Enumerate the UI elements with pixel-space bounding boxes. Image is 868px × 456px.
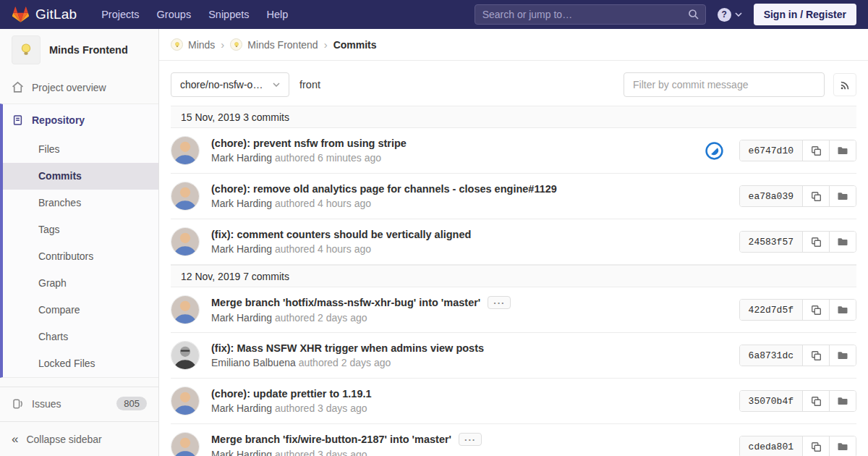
nav-item-projects[interactable]: Projects [93, 0, 148, 29]
copy-sha-button[interactable] [802, 186, 829, 206]
copy-sha-icon [811, 191, 822, 202]
issues-count-badge: 805 [116, 397, 147, 410]
commit-row: (fix): comment counters should be vertic… [171, 219, 856, 265]
commit-title-link[interactable]: (chore): prevent nsfw from using stripe [211, 138, 407, 149]
copy-sha-button[interactable] [802, 436, 829, 456]
copy-sha-button[interactable] [802, 232, 829, 252]
commit-sha-link[interactable]: e6747d10 [740, 140, 802, 161]
repository-submenu: FilesCommitsBranchesTagsContributorsGrap… [3, 136, 158, 377]
nav-item-groups[interactable]: Groups [148, 0, 200, 29]
commit-title-link[interactable]: (fix): comment counters should be vertic… [211, 229, 471, 240]
author-avatar[interactable] [171, 432, 200, 456]
author-avatar[interactable] [171, 387, 200, 415]
commit-filter-input[interactable] [624, 72, 825, 97]
browse-files-button[interactable] [829, 345, 856, 366]
commit-author-link[interactable]: Mark Harding [211, 312, 272, 324]
commit-sha-link[interactable]: 35070b4f [740, 391, 802, 411]
browse-files-button[interactable] [829, 391, 856, 411]
commit-author-link[interactable]: Emiliano Balbuena [211, 357, 296, 368]
commit-sha-link[interactable]: 422d7d5f [740, 300, 802, 320]
nav-item-snippets[interactable]: Snippets [200, 0, 258, 29]
breadcrumb-item-minds[interactable]: Minds [171, 38, 215, 51]
author-avatar[interactable] [171, 295, 200, 324]
copy-sha-icon [811, 145, 822, 156]
copy-sha-icon [811, 396, 822, 407]
lightbulb-icon [18, 42, 34, 58]
commit-sha-link[interactable]: cdeda801 [740, 436, 802, 456]
sidebar-item-repository[interactable]: Repository [3, 104, 158, 136]
browse-files-button[interactable] [829, 232, 856, 252]
branch-selector-dropdown[interactable]: chore/no-nsfw-o… [171, 72, 289, 97]
commit-sha-group: ea78a039 [739, 185, 856, 207]
nav-item-help[interactable]: Help [258, 0, 297, 29]
breadcrumb-item-commits[interactable]: Commits [333, 39, 377, 51]
commit-author-link[interactable]: Mark Harding [211, 449, 272, 456]
commit-title-link[interactable]: Merge branch 'hotfix/mass-nsfw-xhr-bug' … [211, 297, 480, 308]
breadcrumb: Minds›Minds Frontend›Commits [159, 29, 868, 61]
search-input[interactable] [475, 4, 706, 25]
sidebar-item-charts[interactable]: Charts [3, 324, 158, 350]
commit-author-link[interactable]: Mark Harding [211, 198, 272, 209]
project-header-link[interactable]: Minds Frontend [0, 29, 158, 71]
sidebar-item-commits[interactable]: Commits [3, 163, 158, 190]
browse-files-button[interactable] [829, 140, 856, 161]
browse-files-icon [837, 304, 848, 316]
toggle-commit-description-button[interactable]: ··· [488, 296, 511, 309]
author-avatar[interactable] [171, 227, 200, 256]
commit-time: authored 3 days ago [275, 449, 367, 456]
commit-author-link[interactable]: Mark Harding [211, 152, 272, 164]
commit-time: authored 2 days ago [275, 312, 367, 324]
commit-row: (chore): prevent nsfw from using stripeM… [171, 128, 856, 174]
sidebar-item-locked-files[interactable]: Locked Files [3, 350, 158, 377]
breadcrumb-avatar [171, 38, 183, 51]
commit-list: 15 Nov, 2019 3 commits(chore): prevent n… [171, 106, 856, 456]
repository-icon [12, 114, 24, 126]
top-navbar: GitLab ProjectsGroupsSnippetsHelp ? Sign… [0, 0, 868, 29]
commit-author-link[interactable]: Mark Harding [211, 243, 272, 255]
sidebar-item-contributors[interactable]: Contributors [3, 243, 158, 270]
browse-files-button[interactable] [829, 186, 856, 206]
copy-sha-button[interactable] [802, 391, 829, 411]
commit-author-link[interactable]: Mark Harding [211, 402, 272, 414]
project-sidebar: Minds Frontend Project overview Reposito… [0, 29, 159, 456]
sidebar-item-issues[interactable]: Issues 805 [0, 387, 158, 420]
browse-files-button[interactable] [829, 300, 856, 320]
browse-files-button[interactable] [829, 436, 856, 456]
sidebar-item-project-overview[interactable]: Project overview [0, 71, 158, 104]
author-avatar[interactable] [171, 136, 200, 165]
sign-in-register-button[interactable]: Sign in / Register [754, 4, 856, 25]
home-icon [12, 81, 24, 93]
copy-sha-button[interactable] [802, 300, 829, 320]
commit-sha-link[interactable]: 6a8731dc [740, 345, 802, 366]
sidebar-item-branches[interactable]: Branches [3, 190, 158, 216]
sidebar-item-files[interactable]: Files [3, 136, 158, 163]
commits-feed-button[interactable] [833, 73, 856, 96]
commit-row: (chore): update prettier to 1.19.1Mark H… [171, 379, 856, 424]
sidebar-item-compare[interactable]: Compare [3, 297, 158, 324]
sidebar-item-graph[interactable]: Graph [3, 270, 158, 297]
commit-sha-group: 35070b4f [739, 390, 856, 412]
author-avatar[interactable] [171, 341, 200, 370]
commit-sha-link[interactable]: ea78a039 [740, 186, 802, 206]
toggle-commit-description-button[interactable]: ··· [459, 433, 482, 446]
commit-title-link[interactable]: Merge branch 'fix/wire-button-2187' into… [211, 434, 451, 445]
branch-selected-label: chore/no-nsfw-o… [180, 79, 263, 90]
copy-sha-button[interactable] [802, 345, 829, 366]
commit-sha-link[interactable]: 24583f57 [740, 232, 802, 252]
sidebar-item-tags[interactable]: Tags [3, 216, 158, 243]
collapse-sidebar-button[interactable]: « Collapse sidebar [0, 421, 158, 456]
breadcrumb-item-minds-frontend[interactable]: Minds Frontend [230, 38, 318, 51]
pipeline-status-running[interactable] [705, 142, 723, 160]
help-menu[interactable]: ? [718, 8, 742, 22]
breadcrumb-separator: › [221, 38, 224, 51]
copy-sha-icon [811, 305, 822, 316]
commit-title-link[interactable]: (chore): remove old analytics page for c… [211, 183, 557, 195]
gitlab-home-link[interactable]: GitLab [12, 6, 77, 23]
commit-title-link[interactable]: (chore): update prettier to 1.19.1 [211, 388, 372, 400]
sidebar-label-repository: Repository [32, 114, 85, 126]
commit-title-link[interactable]: (fix): Mass NSFW XHR trigger when admins… [211, 342, 484, 354]
copy-sha-button[interactable] [802, 140, 829, 161]
author-avatar[interactable] [171, 182, 200, 211]
commit-sha-group: 422d7d5f [739, 299, 856, 321]
commit-time: authored 6 minutes ago [275, 152, 381, 164]
